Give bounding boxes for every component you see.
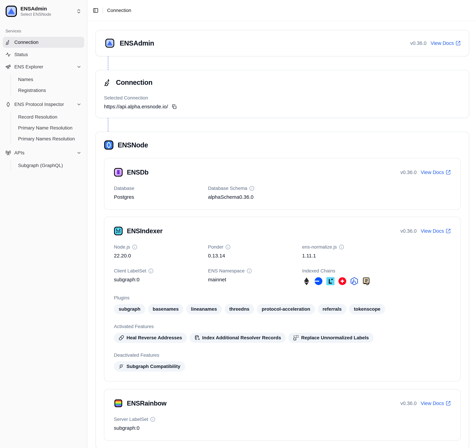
base-chain-icon[interactable]	[314, 277, 323, 286]
ensdb-card: ENSDb v0.36.0 View Docs Database	[104, 158, 461, 210]
plugin-chip: referrals	[318, 304, 346, 314]
connector-line	[96, 56, 469, 70]
app-subtitle: Select ENSNode	[20, 12, 73, 17]
external-link-icon	[446, 401, 451, 406]
database-label: Database	[114, 186, 208, 191]
ens-namespace-label: ENS Namespace	[208, 268, 245, 274]
main-area: Connection ENSAdmin v0.36.0	[87, 0, 476, 448]
sidebar-item-label: Connection	[14, 40, 81, 45]
ens-explorer-subitems: Names Registrations	[11, 74, 84, 96]
plugins-list: subgraph basenames lineanames threedns p…	[114, 304, 451, 314]
ensadmin-version: v0.36.0	[410, 40, 426, 46]
info-icon[interactable]	[339, 244, 344, 250]
sidebar-nav: Connection Status ENS Explorer Names Reg…	[3, 37, 84, 173]
ensadmin-card-title: ENSAdmin	[120, 39, 154, 47]
pill-icon	[119, 335, 124, 340]
ensrainbow-version: v0.36.0	[400, 401, 417, 406]
sidebar-item-primary-name-resolution[interactable]: Primary Name Resolution	[15, 123, 84, 133]
copy-url-button[interactable]	[171, 104, 177, 109]
plugin-chip: tokenscope	[349, 304, 385, 314]
sidebar-item-apis[interactable]: APIs	[3, 147, 84, 158]
apis-subitems: Subgraph (GraphQL)	[11, 160, 84, 171]
plug-zap-icon	[6, 40, 11, 45]
sidebar-item-ens-protocol-inspector[interactable]: ENS Protocol Inspector	[3, 99, 84, 110]
plugin-chip: lineanames	[186, 304, 222, 314]
plug-zap-icon	[104, 79, 112, 86]
server-labelset-value: subgraph:0	[114, 425, 208, 431]
chevron-down-icon	[76, 64, 81, 69]
activity-icon	[6, 52, 11, 57]
info-icon[interactable]	[225, 244, 231, 250]
connection-card-title: Connection	[116, 79, 153, 86]
ens-normalize-label: ens-normalize.js	[302, 244, 337, 250]
activated-features-list: Heal Reverse Addresses Index Additional …	[114, 333, 451, 343]
sidebar-item-status[interactable]: Status	[3, 49, 84, 60]
client-labelset-value: subgraph:0	[114, 277, 208, 282]
info-icon[interactable]	[132, 244, 137, 250]
database-schema-value: alphaSchema0.36.0	[208, 194, 302, 200]
graph-protocol-icon	[119, 364, 124, 369]
database-plus-icon	[194, 335, 200, 340]
indexed-chains-label: Indexed Chains	[302, 268, 451, 274]
info-icon[interactable]	[150, 417, 155, 422]
deactivated-features-label: Deactivated Features	[114, 352, 451, 358]
external-link-icon	[446, 229, 451, 234]
server-labelset-label: Server LabelSet	[114, 417, 148, 422]
plugin-chip: protocol-acceleration	[257, 304, 315, 314]
topbar: Connection	[87, 0, 476, 21]
sidebar-toggle-button[interactable]	[93, 7, 99, 13]
selected-connection-label: Selected Connection	[104, 95, 461, 101]
connection-url: https://api.alpha.ensnode.io/	[104, 104, 168, 109]
connector-line	[96, 118, 469, 132]
optimism-chain-icon[interactable]	[338, 277, 347, 286]
ensindexer-version: v0.36.0	[400, 228, 417, 234]
topbar-divider	[103, 8, 103, 13]
plugin-chip: subgraph	[114, 304, 145, 314]
ensnode-selector[interactable]: ENSAdmin Select ENSNode	[3, 3, 84, 20]
external-link-icon	[456, 40, 461, 46]
sidebar-item-connection[interactable]: Connection	[3, 37, 84, 48]
ensrainbow-view-docs-link[interactable]: View Docs	[421, 401, 451, 406]
ensindexer-logo	[114, 227, 123, 235]
database-value: Postgres	[114, 194, 208, 200]
inspector-subitems: Record Resolution Primary Name Resolutio…	[11, 112, 84, 144]
telescope-icon	[6, 64, 11, 70]
ethereum-chain-icon[interactable]	[302, 277, 311, 286]
copy-icon	[171, 104, 177, 109]
ensdb-card-title: ENSDb	[127, 169, 148, 176]
sidebar-item-registrations[interactable]: Registrations	[15, 85, 84, 96]
info-icon[interactable]	[148, 268, 153, 274]
ensrainbow-logo	[114, 399, 123, 408]
chevrons-up-down-icon	[76, 9, 81, 14]
sidebar-item-names[interactable]: Names	[15, 74, 84, 85]
database-schema-label: Database Schema	[208, 186, 247, 191]
ensadmin-view-docs-link[interactable]: View Docs	[431, 40, 461, 46]
ensindexer-card-title: ENSIndexer	[127, 227, 163, 235]
feature-chip: Heal Reverse Addresses	[114, 333, 187, 343]
arbitrum-chain-icon[interactable]	[350, 277, 359, 286]
ensadmin-card: ENSAdmin v0.36.0 View Docs	[96, 30, 469, 56]
sidebar-item-ens-explorer[interactable]: ENS Explorer	[3, 61, 84, 72]
ens-namespace-value: mainnet	[208, 277, 302, 282]
sidebar-item-label: APIs	[14, 150, 73, 155]
sidebar-item-primary-names-resolution[interactable]: Primary Names Resolution	[15, 134, 84, 144]
ensdb-view-docs-link[interactable]: View Docs	[421, 170, 451, 175]
sidebar-item-subgraph-graphql[interactable]: Subgraph (GraphQL)	[15, 160, 84, 171]
sidebar-item-record-resolution[interactable]: Record Resolution	[15, 112, 84, 122]
info-icon[interactable]	[249, 186, 254, 191]
ensindexer-card: ENSIndexer v0.36.0 View Docs Node.	[104, 217, 461, 381]
ponder-label: Ponder	[208, 244, 223, 250]
info-icon[interactable]	[247, 268, 252, 274]
ensdb-version: v0.36.0	[400, 170, 417, 175]
linea-chain-icon[interactable]	[326, 277, 335, 286]
nodejs-value: 22.20.0	[114, 253, 208, 259]
sidebar-item-label: ENS Explorer	[14, 64, 73, 70]
feature-chip: Replace Unnormalized Labels	[289, 333, 374, 343]
ensindexer-view-docs-link[interactable]: View Docs	[421, 228, 451, 234]
scroll-chain-icon[interactable]	[362, 277, 371, 286]
ens-diamond-icon	[6, 102, 11, 107]
client-labelset-label: Client LabelSet	[114, 268, 146, 274]
ensadmin-logo	[104, 39, 116, 48]
plugins-label: Plugins	[114, 295, 451, 301]
ensrainbow-card-title: ENSRainbow	[127, 400, 166, 407]
